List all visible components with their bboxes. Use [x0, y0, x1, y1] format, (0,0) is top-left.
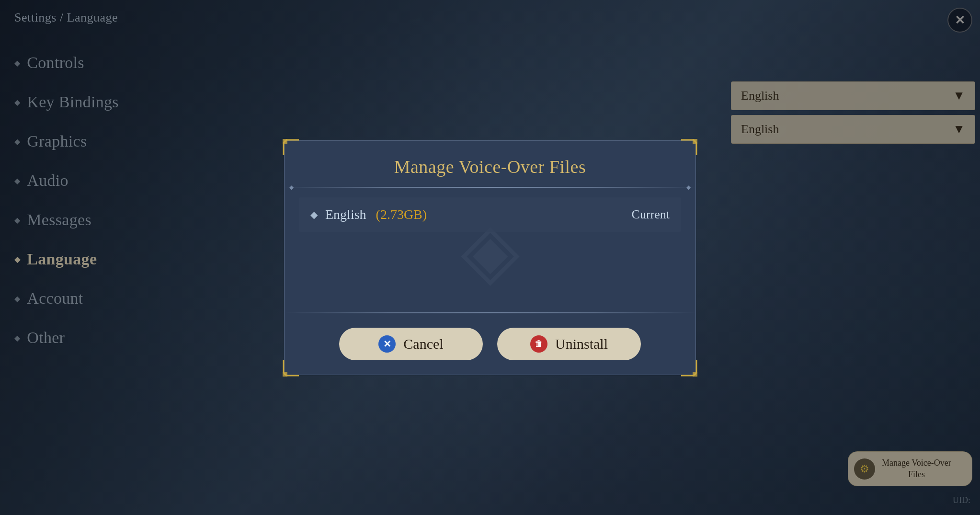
- modal-overlay: Manage Voice-Over Files ◈ ◆ English (2.7…: [0, 0, 980, 515]
- svg-rect-3: [693, 372, 697, 377]
- modal-body: ◈ ◆ English (2.73GB) Current: [285, 188, 695, 312]
- svg-rect-1: [693, 139, 697, 144]
- cancel-button[interactable]: ✕ Cancel: [339, 328, 483, 360]
- diamond-icon: ◆: [310, 209, 318, 220]
- corner-tl: [283, 139, 300, 156]
- corner-br: [680, 359, 697, 377]
- corner-bl: [283, 359, 300, 377]
- voice-item-english[interactable]: ◆ English (2.73GB) Current: [299, 197, 681, 232]
- modal-title: Manage Voice-Over Files: [285, 141, 695, 187]
- uninstall-button[interactable]: 🗑 Uninstall: [497, 328, 641, 360]
- corner-tr: [680, 139, 697, 156]
- modal-buttons: ✕ Cancel 🗑 Uninstall: [285, 313, 695, 375]
- svg-rect-0: [283, 139, 287, 144]
- cancel-icon: ✕: [378, 335, 396, 353]
- svg-rect-2: [283, 372, 287, 377]
- trash-icon: 🗑: [530, 335, 547, 353]
- modal-dialog: Manage Voice-Over Files ◈ ◆ English (2.7…: [284, 140, 696, 375]
- modal-body-inner: ◆ English (2.73GB) Current: [299, 197, 681, 232]
